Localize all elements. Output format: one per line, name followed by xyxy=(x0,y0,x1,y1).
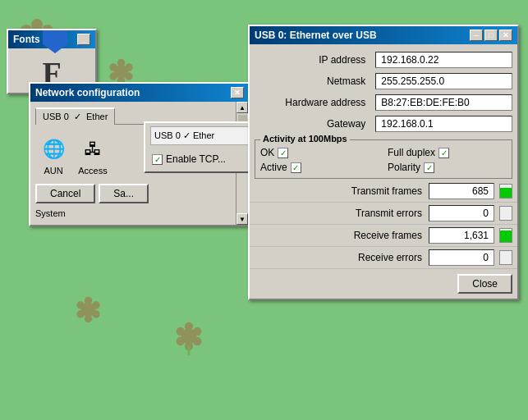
netconfig-title-bar: Network configuration ✕ xyxy=(30,84,249,102)
raspberry-decoration-4 xyxy=(164,312,213,361)
ok-label: OK xyxy=(260,147,274,158)
usb0-tab-label: USB 0 ✓ Ether xyxy=(154,130,214,140)
aun-label: AUN xyxy=(44,166,62,176)
polarity-checkbox[interactable]: ✓ xyxy=(424,162,434,173)
svg-point-37 xyxy=(92,310,99,317)
svg-point-16 xyxy=(109,63,117,71)
save-button[interactable]: Sa... xyxy=(99,184,149,203)
tab-usb0[interactable]: USB 0 ✓ Ether xyxy=(35,107,115,125)
info-table: IP address 192.168.0.22 Netmask 255.255.… xyxy=(250,49,517,135)
usb-close-btn[interactable]: ─ xyxy=(470,30,483,41)
stat-bar-fill-0 xyxy=(500,188,512,198)
access-label: Access xyxy=(78,166,107,176)
ok-check-item: OK ✓ xyxy=(260,147,379,158)
polarity-label: Polarity xyxy=(388,162,420,173)
fonts-title: Fonts xyxy=(13,34,40,45)
svg-point-12 xyxy=(125,63,132,71)
stat-label-1: Transmit errors xyxy=(255,208,429,219)
usb-title: USB 0: Ethernet over USB xyxy=(255,30,377,41)
hw-label: Hardware address xyxy=(250,92,370,113)
hw-row: Hardware address B8:27:EB:DE:FE:B0 xyxy=(250,92,517,113)
system-label: System xyxy=(35,207,244,220)
scroll-down[interactable]: ▼ xyxy=(236,213,248,225)
activity-grid: OK ✓ Full duplex ✓ Active ✓ Polarity ✓ xyxy=(260,147,507,173)
stat-value-0: 685 xyxy=(429,183,494,199)
btn-row: Cancel Sa... xyxy=(35,180,244,207)
active-checkbox[interactable]: ✓ xyxy=(291,162,301,173)
stat-bar-fill-2 xyxy=(500,231,512,242)
stat-label-3: Receive errors xyxy=(255,252,429,263)
svg-point-29 xyxy=(193,337,201,345)
hw-value: B8:27:EB:DE:FE:B0 xyxy=(375,94,512,111)
usb-exit-btn[interactable]: ✕ xyxy=(499,30,512,41)
svg-point-38 xyxy=(85,315,92,322)
cancel-button[interactable]: Cancel xyxy=(35,184,95,203)
enable-tcp-label: Enable TCP... xyxy=(166,153,226,165)
aun-icon-item[interactable]: 🌐 AUN xyxy=(39,135,68,176)
gw-row: Gateway 192.168.0.1 xyxy=(250,113,517,135)
close-row: Close xyxy=(250,269,517,299)
fonts-minimize-btn[interactable]: _ xyxy=(77,34,90,45)
stat-row-0: Transmit frames 685 xyxy=(250,180,517,203)
netmask-row: Netmask 255.255.255.0 xyxy=(250,71,517,92)
stat-row-3: Receive errors 0 xyxy=(250,247,517,269)
svg-point-39 xyxy=(76,310,84,317)
svg-point-13 xyxy=(125,72,132,80)
ok-checkbox[interactable]: ✓ xyxy=(278,148,288,158)
stat-bar-0 xyxy=(499,184,512,199)
netmask-value: 255.255.255.0 xyxy=(375,73,512,89)
active-check-item: Active ✓ xyxy=(260,162,379,173)
stat-value-3: 0 xyxy=(429,249,494,266)
svg-point-28 xyxy=(193,327,201,336)
svg-point-32 xyxy=(177,327,185,336)
access-icon-item[interactable]: 🖧 Access xyxy=(78,135,108,176)
usb-window: USB 0: Ethernet over USB ─ □ ✕ IP addres… xyxy=(248,25,519,300)
svg-point-36 xyxy=(92,301,99,308)
stat-bar-2 xyxy=(499,228,512,243)
ip-row: IP address 192.168.0.22 xyxy=(250,49,517,71)
raspberry-decoration-5 xyxy=(66,287,111,332)
stat-row-2: Receive frames 1,631 xyxy=(250,225,517,247)
svg-point-15 xyxy=(109,72,117,80)
netconfig-close-btn[interactable]: ✕ xyxy=(231,87,244,98)
stat-value-2: 1,631 xyxy=(429,227,494,244)
aun-icon: 🌐 xyxy=(39,135,68,164)
svg-point-35 xyxy=(85,297,92,304)
full-duplex-checkbox[interactable]: ✓ xyxy=(438,148,449,158)
usb-maximize-btn[interactable]: □ xyxy=(484,30,498,41)
access-icon: 🖧 xyxy=(78,135,108,164)
active-label: Active xyxy=(260,162,287,173)
enable-tcp-checkbox[interactable]: ✓ xyxy=(152,154,163,165)
stat-label-0: Transmit frames xyxy=(255,185,429,197)
svg-point-40 xyxy=(76,301,84,308)
activity-section: Activity at 100Mbps OK ✓ Full duplex ✓ A… xyxy=(255,139,512,179)
stats-section: Transmit frames 685 Transmit errors 0 Re… xyxy=(250,180,517,269)
stat-label-2: Receive frames xyxy=(255,230,429,241)
stat-value-1: 0 xyxy=(429,205,494,221)
polarity-check-item: Polarity ✓ xyxy=(388,162,507,173)
scroll-up[interactable]: ▲ xyxy=(236,102,248,113)
svg-point-31 xyxy=(177,337,185,345)
gw-label: Gateway xyxy=(250,113,370,135)
full-duplex-label: Full duplex xyxy=(388,147,435,158)
full-duplex-check-item: Full duplex ✓ xyxy=(388,147,507,158)
ip-label: IP address xyxy=(250,49,370,71)
stat-row-1: Transmit errors 0 xyxy=(250,203,517,225)
stat-bar-1 xyxy=(499,206,512,221)
close-button[interactable]: Close xyxy=(457,274,512,294)
stat-bar-3 xyxy=(499,250,512,265)
usb-title-bar: USB 0: Ethernet over USB ─ □ ✕ xyxy=(250,26,517,44)
activity-title: Activity at 100Mbps xyxy=(260,134,350,144)
svg-point-27 xyxy=(185,322,193,331)
netmask-label: Netmask xyxy=(250,71,370,92)
ip-value: 192.168.0.22 xyxy=(375,52,512,68)
gw-value: 192.168.0.1 xyxy=(375,116,512,132)
svg-point-11 xyxy=(117,59,125,66)
netconfig-title: Network configuration xyxy=(35,87,140,98)
